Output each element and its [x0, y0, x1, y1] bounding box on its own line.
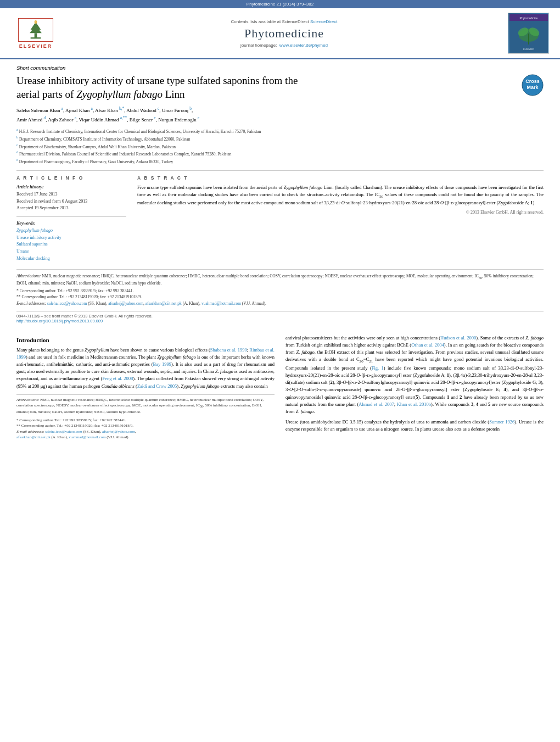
ref-shabana[interactable]: Shabana et al. 1990	[210, 347, 247, 353]
svg-text:Phytomedicine: Phytomedicine	[519, 16, 537, 20]
ref-feng[interactable]: Feng et al. 2008	[102, 376, 133, 381]
history-label: Article history:	[16, 185, 44, 189]
copyright-notice: © 2013 Elsevier GmbH. All rights reserve…	[137, 210, 544, 215]
doi-link[interactable]: http://dx.doi.org/10.1016/j.phymed.2013.…	[16, 319, 103, 323]
elsevier-logo-box	[18, 18, 53, 42]
pii-bar: 0944-7113/$ – see front matter © 2013 El…	[16, 311, 544, 323]
ref-orhan[interactable]: Orhan et al. 2004	[411, 342, 444, 348]
affiliations-block: a H.E.J. Research Institute of Chemistry…	[16, 127, 544, 165]
body-footnotes: Abbreviations: NMR, nuclear magnetic res…	[16, 394, 275, 440]
keywords-label: Keywords:	[16, 221, 36, 226]
authors-line: Saleha Suleman Khan a, Ajmal Khan a, Afs…	[16, 105, 544, 124]
keyword-2[interactable]: Urease inhibitory activity	[16, 235, 126, 242]
elsevier-tree-icon	[22, 20, 49, 40]
journal-center-info: Contents lists available at ScienceDirec…	[60, 19, 508, 48]
ref-hudson[interactable]: Hudson et al. 2000	[440, 335, 476, 341]
svg-text:Mark: Mark	[527, 85, 539, 90]
revised-date: Received in revised form 6 August 2013	[16, 199, 87, 204]
info-abstract-columns: A R T I C L E I N F O Article history: R…	[16, 170, 544, 263]
keyword-4[interactable]: Ursane	[16, 248, 126, 255]
keyword-1[interactable]: Zygophyllum fabago	[16, 227, 126, 235]
body-right-column: antiviral photosensitizers but the activ…	[285, 334, 544, 440]
abstract-text: Five ursane type sulfated saponins have …	[137, 184, 544, 207]
journal-citation-text: Phytomedicine 21 (2014) 379–382	[247, 2, 313, 7]
title-text-2: aerial parts of	[16, 88, 76, 100]
page-wrapper: Phytomedicine 21 (2014) 379–382	[0, 0, 560, 742]
email-link-4[interactable]: vuahmad@hotmail.com	[201, 301, 241, 306]
title-italic: Zygophyllum fabago	[76, 88, 163, 100]
email-body-4[interactable]: vuahmad@hotmail.com	[69, 435, 105, 439]
email-link-1[interactable]: saleha.iccs@yahoo.com	[47, 301, 87, 306]
ref-sumner[interactable]: Sumner 1926	[489, 419, 514, 425]
intro-paragraph-1: Many plants belonging to the genus Zygop…	[16, 347, 275, 390]
ref-ahmad[interactable]: Ahmad et al. 2007	[359, 401, 394, 407]
accepted-date: Accepted 19 September 2013	[16, 205, 68, 210]
article-info-column: A R T I C L E I N F O Article history: R…	[16, 175, 126, 263]
received-date: Received 17 June 2013	[16, 192, 57, 197]
corresponding-note-1: * Corresponding author. Tel.: +92 992 38…	[16, 288, 544, 294]
corresponding-note-2: ** Corresponding author. Tel.: +92 21348…	[16, 294, 544, 300]
article-history-block: Article history: Received 17 June 2013 R…	[16, 184, 126, 212]
ref-zaidi[interactable]: Zaidi and Crow 2005	[137, 383, 177, 389]
title-text-1: Urease inhibitory activity of ursane typ…	[16, 75, 298, 86]
article-title-row: Urease inhibitory activity of ursane typ…	[16, 74, 544, 101]
article-title: Urease inhibitory activity of ursane typ…	[16, 74, 516, 101]
svg-text:Cross: Cross	[525, 79, 540, 84]
abstract-label: A B S T R A C T	[137, 175, 544, 181]
ref-khan[interactable]: Khan et al. 2010b	[397, 401, 431, 407]
email-body-2[interactable]: afsarhej@yahoo.com	[102, 429, 135, 434]
body-two-columns: Introduction Many plants belonging to th…	[16, 334, 544, 440]
journal-title-display: Phytomedicine	[60, 26, 508, 41]
journal-cover-thumb: Phytomedicine ELSEVIER	[508, 13, 549, 54]
sciencedirect-link: Contents lists available at ScienceDirec…	[60, 19, 508, 24]
footnote-abbrev: Abbreviations: NMR, nuclear magnetic res…	[16, 397, 275, 415]
abbreviations-note: Abbreviations: NMR, nuclear magnetic res…	[16, 273, 544, 286]
body-left-column: Introduction Many plants belonging to th…	[16, 334, 275, 440]
footnote-emails: E-mail addresses: saleha.iccs@yahoo.com …	[16, 429, 275, 440]
keywords-block: Keywords: Zygophyllum fabago Urease inhi…	[16, 216, 126, 263]
email-link-2[interactable]: afsarhej@yahoo.com	[108, 301, 143, 306]
article-content: Short communication Urease inhibitory ac…	[0, 59, 560, 329]
ref-fig1[interactable]: Fig. 1	[372, 365, 384, 371]
article-info-label: A R T I C L E I N F O	[16, 175, 126, 181]
keyword-3[interactable]: Sulfated saponins	[16, 241, 126, 248]
email-link-3[interactable]: afsarkhan@ciit.net.pk	[145, 301, 182, 306]
body-content: Introduction Many plants belonging to th…	[0, 329, 560, 446]
footnote-corr-1: * Corresponding author. Tel.: +92 992 38…	[16, 417, 275, 423]
right-paragraph-1: antiviral photosensitizers but the activ…	[285, 334, 544, 415]
email-body-3[interactable]: afsarkhan@ciit.net.pk	[16, 435, 51, 439]
crossmark-badge[interactable]: Cross Mark	[522, 74, 544, 96]
elsevier-wordmark: ELSEVIER	[19, 43, 53, 49]
footnote-corr-2: ** Corresponding author. Tel.: +92 21348…	[16, 423, 275, 429]
journal-homepage-link[interactable]: www.elsevier.de/phymed	[279, 43, 328, 48]
pii-text-1: 0944-7113/$ – see front matter © 2013 El…	[16, 314, 153, 319]
abstract-column: A B S T R A C T Five ursane type sulfate…	[137, 175, 544, 263]
right-paragraph-2: Urease (urea amidohydrolase EC 3.5.15) c…	[285, 419, 544, 433]
journal-header: ELSEVIER Contents lists available at Sci…	[0, 8, 560, 59]
sciencedirect-anchor[interactable]: ScienceDirect	[310, 19, 337, 24]
ref-bay[interactable]: Bay 1999	[153, 361, 171, 367]
title-text-3: Linn	[163, 88, 185, 100]
svg-text:ELSEVIER: ELSEVIER	[523, 48, 534, 51]
introduction-heading: Introduction	[16, 337, 275, 343]
svg-rect-1	[31, 37, 41, 38]
journal-citation-bar: Phytomedicine 21 (2014) 379–382	[0, 0, 560, 8]
email-body-1[interactable]: saleha.iccs@yahoo.com	[45, 429, 82, 434]
email-note: E-mail addresses: saleha.iccs@yahoo.com …	[16, 300, 544, 306]
footer-notes: Abbreviations: NMR, nuclear magnetic res…	[16, 269, 544, 306]
elsevier-logo: ELSEVIER	[11, 18, 60, 49]
article-type-label: Short communication	[16, 65, 544, 71]
keyword-5[interactable]: Molecular docking	[16, 255, 126, 263]
journal-homepage-line: journal homepage: www.elsevier.de/phymed	[60, 43, 508, 48]
